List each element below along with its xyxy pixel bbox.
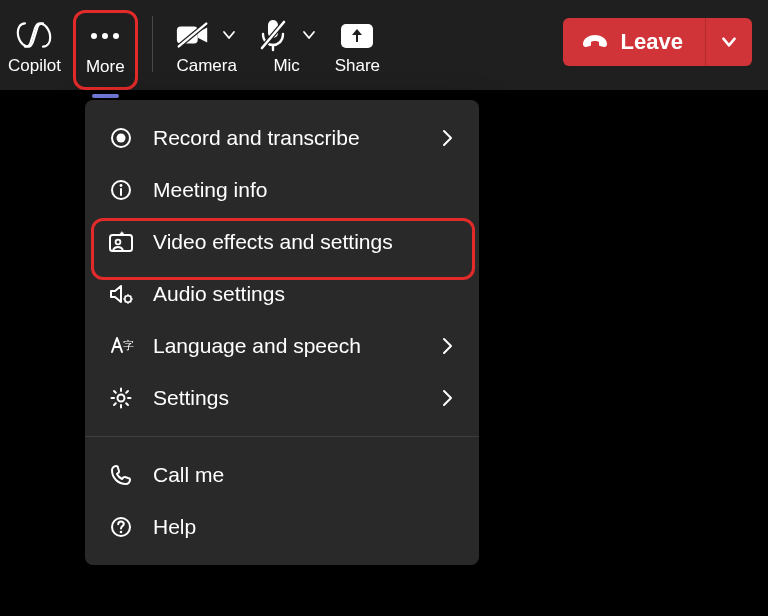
mic-button[interactable]: Mic (247, 10, 327, 86)
svg-line-25 (125, 301, 126, 302)
leave-label: Leave (621, 29, 683, 55)
leave-options-button[interactable] (705, 18, 752, 66)
camera-label: Camera (176, 56, 236, 76)
svg-line-34 (114, 391, 116, 393)
svg-line-36 (114, 403, 116, 405)
more-menu: Record and transcribe Meeting info Video… (85, 100, 479, 565)
video-effects-icon (107, 228, 135, 256)
mic-options-chevron-icon[interactable] (299, 25, 319, 45)
svg-line-26 (130, 296, 131, 297)
more-button-highlight: More (73, 10, 138, 90)
toolbar-separator (152, 16, 153, 72)
menu-item-help[interactable]: Help (85, 501, 479, 553)
leave-button[interactable]: Leave (563, 18, 705, 66)
leave-button-group: Leave (563, 18, 752, 66)
menu-item-label: Meeting info (153, 178, 457, 202)
more-active-underline (92, 94, 119, 98)
audio-settings-icon (107, 280, 135, 308)
phone-icon (107, 461, 135, 489)
menu-item-meeting-info[interactable]: Meeting info (85, 164, 479, 216)
svg-point-1 (102, 33, 108, 39)
menu-item-language-speech[interactable]: 字 Language and speech (85, 320, 479, 372)
meeting-toolbar: Copilot More (0, 0, 768, 90)
svg-point-17 (116, 240, 121, 245)
menu-item-label: Settings (153, 386, 437, 410)
menu-item-audio-settings[interactable]: Audio settings (85, 268, 479, 320)
copilot-icon (16, 17, 52, 53)
svg-text:字: 字 (123, 339, 134, 351)
record-icon (107, 124, 135, 152)
menu-item-label: Record and transcribe (153, 126, 437, 150)
share-button[interactable]: Share (327, 10, 388, 86)
menu-item-label: Video effects and settings (153, 230, 457, 254)
svg-line-24 (130, 301, 131, 302)
copilot-label: Copilot (8, 56, 61, 76)
svg-line-35 (126, 403, 128, 405)
gear-icon (107, 384, 135, 412)
help-icon (107, 513, 135, 541)
menu-item-settings[interactable]: Settings (85, 372, 479, 424)
svg-point-39 (120, 531, 123, 534)
svg-point-12 (117, 134, 126, 143)
svg-point-29 (118, 395, 125, 402)
mic-label: Mic (273, 56, 299, 76)
ellipsis-icon (87, 18, 123, 54)
menu-item-label: Call me (153, 463, 457, 487)
menu-item-video-effects[interactable]: Video effects and settings (85, 216, 479, 268)
hangup-icon (581, 32, 609, 52)
chevron-right-icon (437, 336, 457, 356)
copilot-button[interactable]: Copilot (4, 10, 65, 86)
menu-item-label: Language and speech (153, 334, 437, 358)
menu-item-call-me[interactable]: Call me (85, 449, 479, 501)
menu-item-record-transcribe[interactable]: Record and transcribe (85, 112, 479, 164)
more-label: More (86, 57, 125, 77)
chevron-right-icon (437, 128, 457, 148)
share-label: Share (335, 56, 380, 76)
svg-point-2 (113, 33, 119, 39)
more-button[interactable]: More (86, 15, 125, 91)
language-icon: 字 (107, 332, 135, 360)
camera-options-chevron-icon[interactable] (219, 25, 239, 45)
share-screen-icon (339, 17, 375, 53)
svg-line-37 (126, 391, 128, 393)
menu-item-label: Help (153, 515, 457, 539)
svg-point-0 (91, 33, 97, 39)
camera-off-icon (175, 17, 211, 53)
camera-button[interactable]: Camera (167, 10, 247, 86)
info-icon (107, 176, 135, 204)
mic-off-icon (255, 17, 291, 53)
chevron-right-icon (437, 388, 457, 408)
menu-item-label: Audio settings (153, 282, 457, 306)
svg-line-23 (125, 296, 126, 297)
svg-point-14 (120, 184, 123, 187)
chevron-down-icon (720, 33, 738, 51)
menu-separator (85, 436, 479, 437)
